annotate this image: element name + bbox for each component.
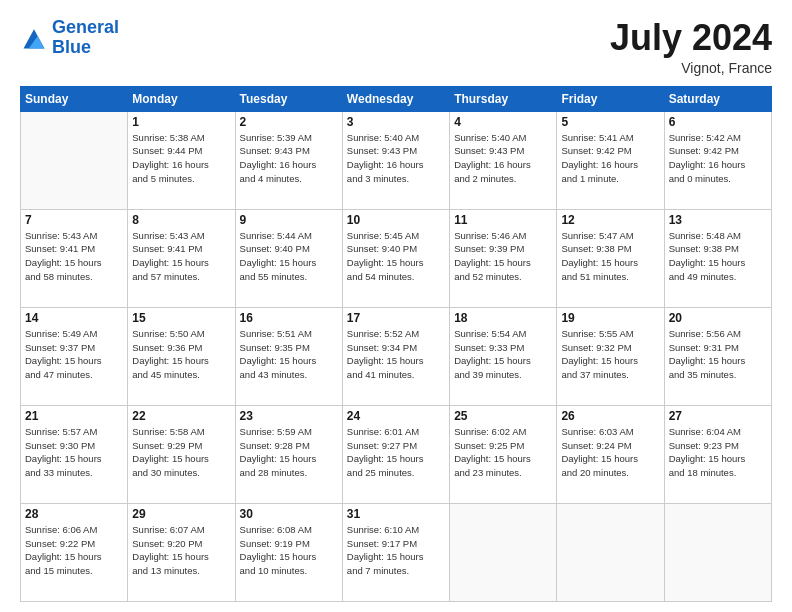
calendar-cell: 28Sunrise: 6:06 AM Sunset: 9:22 PM Dayli… — [21, 503, 128, 601]
calendar-cell: 5Sunrise: 5:41 AM Sunset: 9:42 PM Daylig… — [557, 111, 664, 209]
day-info: Sunrise: 5:40 AM Sunset: 9:43 PM Dayligh… — [454, 131, 552, 186]
day-info: Sunrise: 5:57 AM Sunset: 9:30 PM Dayligh… — [25, 425, 123, 480]
col-monday: Monday — [128, 86, 235, 111]
calendar-cell: 13Sunrise: 5:48 AM Sunset: 9:38 PM Dayli… — [664, 209, 771, 307]
day-number: 18 — [454, 311, 552, 325]
logo-icon — [20, 24, 48, 52]
day-number: 20 — [669, 311, 767, 325]
day-number: 13 — [669, 213, 767, 227]
calendar-cell: 16Sunrise: 5:51 AM Sunset: 9:35 PM Dayli… — [235, 307, 342, 405]
day-info: Sunrise: 5:42 AM Sunset: 9:42 PM Dayligh… — [669, 131, 767, 186]
calendar-cell: 18Sunrise: 5:54 AM Sunset: 9:33 PM Dayli… — [450, 307, 557, 405]
calendar-cell: 4Sunrise: 5:40 AM Sunset: 9:43 PM Daylig… — [450, 111, 557, 209]
day-number: 29 — [132, 507, 230, 521]
day-info: Sunrise: 6:01 AM Sunset: 9:27 PM Dayligh… — [347, 425, 445, 480]
calendar-week-4: 21Sunrise: 5:57 AM Sunset: 9:30 PM Dayli… — [21, 405, 772, 503]
day-number: 23 — [240, 409, 338, 423]
day-number: 7 — [25, 213, 123, 227]
day-number: 11 — [454, 213, 552, 227]
day-number: 30 — [240, 507, 338, 521]
day-number: 26 — [561, 409, 659, 423]
calendar-cell: 26Sunrise: 6:03 AM Sunset: 9:24 PM Dayli… — [557, 405, 664, 503]
day-number: 8 — [132, 213, 230, 227]
calendar-cell: 9Sunrise: 5:44 AM Sunset: 9:40 PM Daylig… — [235, 209, 342, 307]
calendar-cell — [664, 503, 771, 601]
day-info: Sunrise: 5:59 AM Sunset: 9:28 PM Dayligh… — [240, 425, 338, 480]
day-info: Sunrise: 5:58 AM Sunset: 9:29 PM Dayligh… — [132, 425, 230, 480]
title-block: July 2024 Vignot, France — [610, 18, 772, 76]
day-info: Sunrise: 5:51 AM Sunset: 9:35 PM Dayligh… — [240, 327, 338, 382]
day-info: Sunrise: 5:43 AM Sunset: 9:41 PM Dayligh… — [132, 229, 230, 284]
calendar-week-2: 7Sunrise: 5:43 AM Sunset: 9:41 PM Daylig… — [21, 209, 772, 307]
logo-text: General Blue — [52, 18, 119, 58]
calendar-cell: 30Sunrise: 6:08 AM Sunset: 9:19 PM Dayli… — [235, 503, 342, 601]
col-sunday: Sunday — [21, 86, 128, 111]
calendar-cell: 21Sunrise: 5:57 AM Sunset: 9:30 PM Dayli… — [21, 405, 128, 503]
day-info: Sunrise: 6:02 AM Sunset: 9:25 PM Dayligh… — [454, 425, 552, 480]
day-number: 9 — [240, 213, 338, 227]
logo: General Blue — [20, 18, 119, 58]
col-wednesday: Wednesday — [342, 86, 449, 111]
day-info: Sunrise: 5:40 AM Sunset: 9:43 PM Dayligh… — [347, 131, 445, 186]
col-tuesday: Tuesday — [235, 86, 342, 111]
calendar-cell: 29Sunrise: 6:07 AM Sunset: 9:20 PM Dayli… — [128, 503, 235, 601]
day-number: 16 — [240, 311, 338, 325]
day-number: 24 — [347, 409, 445, 423]
day-info: Sunrise: 5:50 AM Sunset: 9:36 PM Dayligh… — [132, 327, 230, 382]
day-number: 2 — [240, 115, 338, 129]
calendar-cell — [21, 111, 128, 209]
day-number: 17 — [347, 311, 445, 325]
day-info: Sunrise: 5:46 AM Sunset: 9:39 PM Dayligh… — [454, 229, 552, 284]
calendar-table: Sunday Monday Tuesday Wednesday Thursday… — [20, 86, 772, 602]
day-number: 22 — [132, 409, 230, 423]
calendar-cell: 27Sunrise: 6:04 AM Sunset: 9:23 PM Dayli… — [664, 405, 771, 503]
calendar-cell: 7Sunrise: 5:43 AM Sunset: 9:41 PM Daylig… — [21, 209, 128, 307]
calendar-cell: 25Sunrise: 6:02 AM Sunset: 9:25 PM Dayli… — [450, 405, 557, 503]
calendar-body: 1Sunrise: 5:38 AM Sunset: 9:44 PM Daylig… — [21, 111, 772, 601]
day-number: 5 — [561, 115, 659, 129]
day-info: Sunrise: 5:49 AM Sunset: 9:37 PM Dayligh… — [25, 327, 123, 382]
page: General Blue July 2024 Vignot, France Su… — [0, 0, 792, 612]
day-info: Sunrise: 5:55 AM Sunset: 9:32 PM Dayligh… — [561, 327, 659, 382]
day-info: Sunrise: 6:07 AM Sunset: 9:20 PM Dayligh… — [132, 523, 230, 578]
month-title: July 2024 — [610, 18, 772, 58]
location: Vignot, France — [610, 60, 772, 76]
day-info: Sunrise: 6:08 AM Sunset: 9:19 PM Dayligh… — [240, 523, 338, 578]
day-info: Sunrise: 6:04 AM Sunset: 9:23 PM Dayligh… — [669, 425, 767, 480]
logo-blue: Blue — [52, 37, 91, 57]
day-info: Sunrise: 6:06 AM Sunset: 9:22 PM Dayligh… — [25, 523, 123, 578]
calendar-cell: 14Sunrise: 5:49 AM Sunset: 9:37 PM Dayli… — [21, 307, 128, 405]
day-number: 15 — [132, 311, 230, 325]
day-info: Sunrise: 5:41 AM Sunset: 9:42 PM Dayligh… — [561, 131, 659, 186]
day-number: 21 — [25, 409, 123, 423]
day-number: 27 — [669, 409, 767, 423]
calendar-week-1: 1Sunrise: 5:38 AM Sunset: 9:44 PM Daylig… — [21, 111, 772, 209]
header: General Blue July 2024 Vignot, France — [20, 18, 772, 76]
calendar-cell: 3Sunrise: 5:40 AM Sunset: 9:43 PM Daylig… — [342, 111, 449, 209]
day-info: Sunrise: 5:44 AM Sunset: 9:40 PM Dayligh… — [240, 229, 338, 284]
calendar-cell: 22Sunrise: 5:58 AM Sunset: 9:29 PM Dayli… — [128, 405, 235, 503]
day-info: Sunrise: 5:54 AM Sunset: 9:33 PM Dayligh… — [454, 327, 552, 382]
day-number: 10 — [347, 213, 445, 227]
calendar-header: Sunday Monday Tuesday Wednesday Thursday… — [21, 86, 772, 111]
day-info: Sunrise: 5:38 AM Sunset: 9:44 PM Dayligh… — [132, 131, 230, 186]
logo-general: General — [52, 17, 119, 37]
calendar-cell: 10Sunrise: 5:45 AM Sunset: 9:40 PM Dayli… — [342, 209, 449, 307]
day-number: 12 — [561, 213, 659, 227]
day-info: Sunrise: 6:10 AM Sunset: 9:17 PM Dayligh… — [347, 523, 445, 578]
calendar-cell: 15Sunrise: 5:50 AM Sunset: 9:36 PM Dayli… — [128, 307, 235, 405]
col-saturday: Saturday — [664, 86, 771, 111]
day-info: Sunrise: 6:03 AM Sunset: 9:24 PM Dayligh… — [561, 425, 659, 480]
calendar-week-5: 28Sunrise: 6:06 AM Sunset: 9:22 PM Dayli… — [21, 503, 772, 601]
day-info: Sunrise: 5:52 AM Sunset: 9:34 PM Dayligh… — [347, 327, 445, 382]
col-friday: Friday — [557, 86, 664, 111]
day-info: Sunrise: 5:56 AM Sunset: 9:31 PM Dayligh… — [669, 327, 767, 382]
calendar-cell: 11Sunrise: 5:46 AM Sunset: 9:39 PM Dayli… — [450, 209, 557, 307]
calendar-week-3: 14Sunrise: 5:49 AM Sunset: 9:37 PM Dayli… — [21, 307, 772, 405]
calendar-cell — [557, 503, 664, 601]
day-number: 4 — [454, 115, 552, 129]
day-info: Sunrise: 5:48 AM Sunset: 9:38 PM Dayligh… — [669, 229, 767, 284]
calendar-cell: 17Sunrise: 5:52 AM Sunset: 9:34 PM Dayli… — [342, 307, 449, 405]
day-number: 25 — [454, 409, 552, 423]
calendar-cell: 1Sunrise: 5:38 AM Sunset: 9:44 PM Daylig… — [128, 111, 235, 209]
